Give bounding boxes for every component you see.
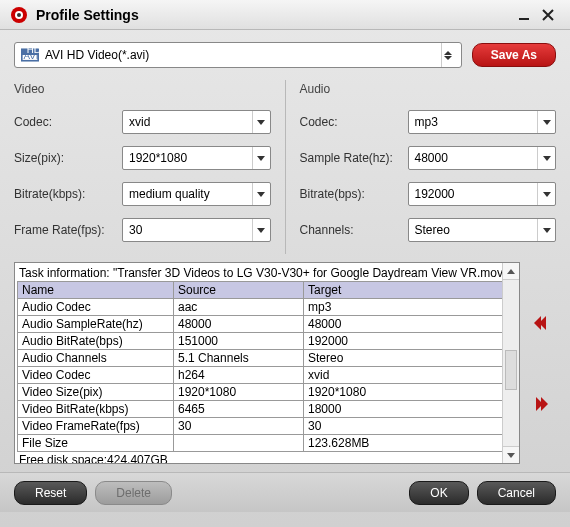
profile-label: AVI HD Video(*.avi) <box>45 48 441 62</box>
scroll-thumb[interactable] <box>505 350 517 390</box>
chevron-down-icon <box>537 111 555 133</box>
task-info-text: Task information: "Transfer 3D Videos to… <box>17 265 517 281</box>
audio-bitrate-label: Bitrate(bps): <box>300 187 408 201</box>
video-codec-label: Codec: <box>14 115 122 129</box>
profile-select[interactable]: AVIHD AVI HD Video(*.avi) <box>14 42 462 68</box>
video-heading: Video <box>14 82 271 96</box>
audio-codec-combo[interactable]: mp3 <box>408 110 557 134</box>
table-row[interactable]: Audio BitRate(bps)151000192000 <box>18 333 517 350</box>
free-disk-text: Free disk space:424.407GB <box>17 452 517 463</box>
chevron-down-icon <box>537 219 555 241</box>
double-right-icon <box>536 397 546 411</box>
audio-samplerate-label: Sample Rate(hz): <box>300 151 408 165</box>
task-info-box: Task information: "Transfer 3D Videos to… <box>14 262 520 464</box>
th-target[interactable]: Target <box>304 282 517 299</box>
titlebar: Profile Settings <box>0 0 570 30</box>
chevron-down-icon <box>252 183 270 205</box>
table-row[interactable]: Video FrameRate(fps)3030 <box>18 418 517 435</box>
side-nav <box>526 262 556 464</box>
audio-samplerate-combo[interactable]: 48000 <box>408 146 557 170</box>
video-framerate-combo[interactable]: 30 <box>122 218 271 242</box>
svg-rect-3 <box>519 18 529 20</box>
close-button[interactable] <box>536 5 560 25</box>
profile-dropdown-icon <box>441 43 455 67</box>
ok-button[interactable]: OK <box>409 481 468 505</box>
chevron-down-icon <box>252 111 270 133</box>
reset-button[interactable]: Reset <box>14 481 87 505</box>
table-row[interactable]: Video Codech264xvid <box>18 367 517 384</box>
audio-channels-combo[interactable]: Stereo <box>408 218 557 242</box>
table-row[interactable]: Video Size(pix)1920*10801920*1080 <box>18 384 517 401</box>
video-size-label: Size(pix): <box>14 151 122 165</box>
video-size-combo[interactable]: 1920*1080 <box>122 146 271 170</box>
chevron-down-icon <box>537 183 555 205</box>
table-row[interactable]: Audio Channels5.1 ChannelsStereo <box>18 350 517 367</box>
svg-text:HD: HD <box>27 48 39 55</box>
th-name[interactable]: Name <box>18 282 174 299</box>
format-icon: AVIHD <box>21 48 39 62</box>
double-left-icon <box>536 316 546 330</box>
delete-button: Delete <box>95 481 172 505</box>
window-title: Profile Settings <box>36 7 512 23</box>
audio-heading: Audio <box>300 82 557 96</box>
video-framerate-label: Frame Rate(fps): <box>14 223 122 237</box>
prev-task-button[interactable] <box>528 310 554 336</box>
th-source[interactable]: Source <box>174 282 304 299</box>
audio-panel: Audio Codec: mp3 Sample Rate(hz): 48000 … <box>285 80 557 254</box>
task-table: Name Source Target Audio Codecaacmp3Audi… <box>17 281 517 452</box>
video-bitrate-combo[interactable]: medium quality <box>122 182 271 206</box>
chevron-down-icon <box>252 219 270 241</box>
scroll-track[interactable] <box>503 280 519 446</box>
chevron-down-icon <box>252 147 270 169</box>
svg-point-2 <box>17 13 21 17</box>
scroll-down-button[interactable] <box>503 446 519 463</box>
scroll-up-button[interactable] <box>503 263 519 280</box>
audio-codec-label: Codec: <box>300 115 408 129</box>
chevron-down-icon <box>537 147 555 169</box>
video-codec-combo[interactable]: xvid <box>122 110 271 134</box>
vertical-scrollbar[interactable] <box>502 263 519 463</box>
minimize-button[interactable] <box>512 5 536 25</box>
table-row[interactable]: File Size123.628MB <box>18 435 517 452</box>
app-icon <box>10 6 28 24</box>
footer: Reset Delete OK Cancel <box>0 472 570 512</box>
content-area: AVIHD AVI HD Video(*.avi) Save As Video … <box>0 30 570 472</box>
next-task-button[interactable] <box>528 391 554 417</box>
table-row[interactable]: Audio SampleRate(hz)4800048000 <box>18 316 517 333</box>
audio-channels-label: Channels: <box>300 223 408 237</box>
audio-bitrate-combo[interactable]: 192000 <box>408 182 557 206</box>
table-row[interactable]: Video BitRate(kbps)646518000 <box>18 401 517 418</box>
video-panel: Video Codec: xvid Size(pix): 1920*1080 B… <box>14 80 271 254</box>
video-bitrate-label: Bitrate(kbps): <box>14 187 122 201</box>
cancel-button[interactable]: Cancel <box>477 481 556 505</box>
table-row[interactable]: Audio Codecaacmp3 <box>18 299 517 316</box>
save-as-button[interactable]: Save As <box>472 43 556 67</box>
